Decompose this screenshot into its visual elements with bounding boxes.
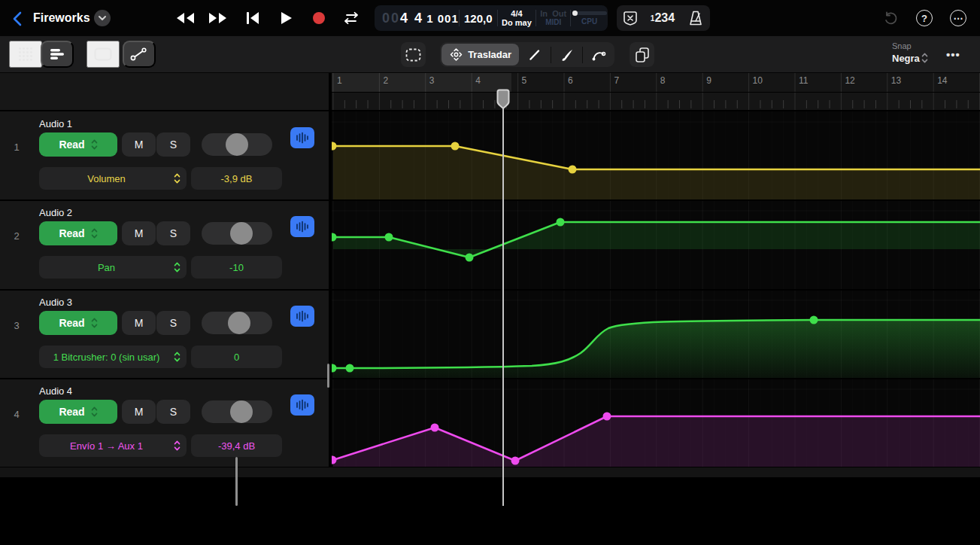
automation-value-field[interactable]: 0 bbox=[191, 346, 282, 368]
snap-control[interactable]: Snap Negra bbox=[892, 41, 928, 64]
play-button[interactable] bbox=[275, 9, 296, 27]
bar-number: 3 bbox=[429, 75, 435, 86]
mute-button[interactable]: M bbox=[122, 132, 156, 157]
marquee-select-button[interactable] bbox=[401, 42, 426, 67]
track-icon-button[interactable] bbox=[290, 216, 314, 237]
track-icon-button[interactable] bbox=[290, 306, 314, 327]
panel-divider bbox=[329, 73, 332, 477]
automation-node[interactable] bbox=[557, 218, 565, 227]
automation-node[interactable] bbox=[451, 142, 460, 151]
automation-mode-label: Read bbox=[59, 406, 84, 418]
waveform-icon bbox=[296, 399, 309, 411]
mute-button[interactable]: M bbox=[122, 311, 156, 335]
automation-view-button[interactable] bbox=[123, 41, 156, 68]
automation-node[interactable] bbox=[466, 254, 474, 262]
volume-slider[interactable] bbox=[202, 133, 272, 156]
track-header-audio-2[interactable]: 2 Audio 2 Read M S Pan -10 bbox=[0, 200, 329, 289]
automation-mode-button[interactable]: Read bbox=[39, 221, 117, 245]
track-name: Audio 4 bbox=[39, 385, 72, 397]
grid-view-button[interactable] bbox=[9, 41, 42, 68]
automation-mode-button[interactable]: Read bbox=[39, 400, 117, 424]
automation-value-field[interactable]: -39,4 dB bbox=[191, 434, 282, 457]
forward-button[interactable] bbox=[205, 11, 232, 26]
volume-knob[interactable] bbox=[228, 312, 250, 334]
value-drag-stem[interactable] bbox=[235, 457, 238, 506]
mute-button[interactable]: M bbox=[122, 221, 156, 245]
automation-node[interactable] bbox=[431, 424, 439, 432]
tracks-view-button[interactable] bbox=[41, 41, 74, 68]
bar-ruler[interactable]: 123456789101112131415 bbox=[332, 73, 980, 111]
solo-button[interactable]: S bbox=[156, 400, 190, 424]
volume-knob[interactable] bbox=[230, 222, 253, 245]
count-in-button[interactable]: 1234 bbox=[651, 11, 675, 25]
undo-button[interactable] bbox=[881, 10, 900, 28]
timeline-area[interactable]: 123456789101112131415 bbox=[332, 73, 980, 477]
track-header-audio-4[interactable]: 4 Audio 4 Read M S Envío 1 → Aux 1 -39,4… bbox=[0, 379, 329, 467]
pencil-tool-button[interactable] bbox=[519, 42, 551, 67]
mute-label: M bbox=[135, 406, 144, 418]
lcd-display[interactable]: 004 4 1 001 120,0 4/4 Do may In Out MIDI… bbox=[375, 5, 608, 31]
automation-param-selector[interactable]: Volumen bbox=[39, 167, 187, 190]
track-panel-scrollbar[interactable] bbox=[327, 364, 329, 388]
lcd-position-bar-beat: 4 4 bbox=[400, 11, 423, 26]
automation-node[interactable] bbox=[810, 316, 818, 324]
track-header-panel: 1 Audio 1 Read M S Volumen -3,9 dB 2 Aud… bbox=[0, 73, 329, 477]
automation-node[interactable] bbox=[569, 166, 577, 174]
playhead-line[interactable] bbox=[502, 104, 504, 506]
volume-slider[interactable] bbox=[202, 312, 272, 334]
lcd-position-dim: 00 bbox=[382, 11, 400, 26]
volume-knob[interactable] bbox=[226, 133, 248, 156]
automation-node[interactable] bbox=[346, 364, 354, 373]
volume-slider[interactable] bbox=[202, 400, 272, 423]
solo-button[interactable]: S bbox=[156, 132, 190, 157]
cpu-label: CPU bbox=[571, 17, 608, 26]
track-header-audio-3[interactable]: 3 Audio 3 Read M S 1 Bitcrusher: 0 (sin … bbox=[0, 290, 329, 378]
bar-number: 6 bbox=[568, 75, 573, 86]
automation-param-selector[interactable]: 1 Bitcrusher: 0 (sin usar) bbox=[39, 346, 187, 368]
key-commands-button[interactable] bbox=[623, 11, 638, 26]
curve-tool-button[interactable] bbox=[583, 42, 614, 67]
metronome-button[interactable] bbox=[687, 10, 704, 26]
solo-button[interactable]: S bbox=[156, 221, 190, 245]
toolbar-more-button[interactable]: ••• bbox=[946, 48, 960, 61]
back-button[interactable] bbox=[9, 10, 27, 28]
playhead-marker[interactable] bbox=[496, 89, 510, 110]
automation-node[interactable] bbox=[385, 233, 393, 242]
mute-label: M bbox=[135, 317, 144, 329]
bottom-black-area bbox=[0, 477, 980, 545]
automation-node[interactable] bbox=[603, 413, 611, 421]
copy-pages-icon bbox=[635, 47, 650, 63]
bottom-strip bbox=[0, 467, 980, 477]
track-icon-button[interactable] bbox=[290, 394, 314, 416]
project-menu-button[interactable] bbox=[94, 10, 111, 26]
move-tool-button[interactable]: Trasladar bbox=[441, 44, 519, 65]
help-button[interactable]: ? bbox=[916, 10, 933, 26]
automation-param-selector[interactable]: Envío 1 → Aux 1 bbox=[39, 434, 187, 457]
mute-label: M bbox=[135, 227, 144, 239]
automation-mode-button[interactable]: Read bbox=[39, 132, 117, 157]
track-number: 4 bbox=[0, 409, 33, 420]
cycle-button[interactable] bbox=[340, 9, 363, 27]
go-to-beginning-button[interactable] bbox=[242, 10, 263, 26]
volume-slider[interactable] bbox=[202, 222, 272, 245]
volume-knob[interactable] bbox=[230, 400, 253, 423]
mute-button[interactable]: M bbox=[122, 400, 156, 424]
record-button[interactable] bbox=[308, 9, 329, 27]
solo-button[interactable]: S bbox=[156, 311, 190, 335]
move-tool-label: Trasladar bbox=[468, 49, 511, 60]
more-options-button[interactable]: ⋯ bbox=[950, 10, 966, 26]
regions-view-button[interactable] bbox=[86, 41, 120, 68]
automation-value-field[interactable]: -3,9 dB bbox=[191, 167, 282, 190]
track-header-audio-1[interactable]: 1 Audio 1 Read M S Volumen -3,9 dB bbox=[0, 111, 329, 199]
track-icon-button[interactable] bbox=[290, 127, 314, 148]
pencil-icon bbox=[528, 48, 542, 62]
automation-value-field[interactable]: -10 bbox=[191, 256, 282, 279]
rewind-button[interactable] bbox=[171, 11, 199, 26]
bar-number: 7 bbox=[614, 75, 619, 86]
automation-param-selector[interactable]: Pan bbox=[39, 256, 187, 279]
row-divider bbox=[0, 199, 980, 201]
automation-mode-button[interactable]: Read bbox=[39, 311, 117, 335]
automation-node[interactable] bbox=[511, 457, 520, 465]
brush-tool-button[interactable] bbox=[551, 42, 583, 67]
paste-tool-button[interactable] bbox=[630, 42, 654, 67]
